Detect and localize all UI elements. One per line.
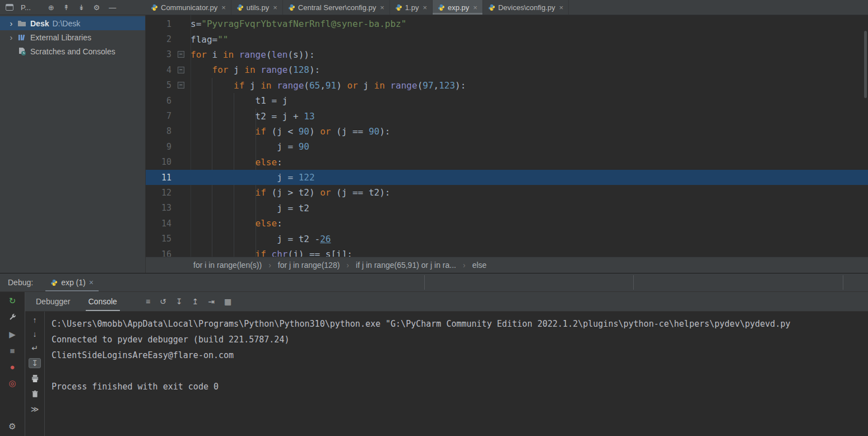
debug-tab-toolbar: ≡↺↧↥⇥▦ (146, 292, 231, 311)
rerun-button[interactable]: ↻ (9, 296, 16, 305)
code-token: range (261, 64, 287, 75)
line-number[interactable]: 5 (146, 80, 171, 90)
target-icon[interactable]: ⊕ (48, 4, 54, 11)
view-breakpoints-button[interactable]: ◎ (8, 379, 16, 387)
line-number[interactable]: 1 (146, 19, 171, 29)
chevron-right-icon[interactable]: › (6, 33, 17, 42)
expand-all-icon[interactable]: ↡ (78, 4, 85, 11)
editor-tab-devices-config.py[interactable]: Devices\config.py× (483, 0, 569, 15)
tab-console[interactable]: Console (86, 292, 120, 311)
code-line-3[interactable]: 3−for i in range(len(s)): (146, 47, 868, 62)
line-number[interactable]: 13 (146, 203, 171, 213)
settings-button[interactable]: ⚙ (8, 422, 16, 430)
scroll-to-end-icon[interactable]: ↧ (29, 358, 41, 368)
fold-gutter[interactable]: − (171, 82, 191, 89)
sidebar-item-scratches-and-consoles[interactable]: Scratches and Consoles (0, 44, 145, 58)
code-line-9[interactable]: 9 j = 90 (146, 139, 868, 154)
editor-scrollbar[interactable] (864, 31, 867, 98)
code-editor[interactable]: 1s="PyvragFvqrYbtvafNerRnfl@syner-ba.pbz… (146, 15, 868, 257)
line-number[interactable]: 3 (146, 49, 171, 59)
hide-panel-icon[interactable]: — (109, 4, 116, 11)
fold-marker-icon[interactable]: − (178, 82, 184, 89)
gear-icon[interactable]: ⚙ (94, 4, 100, 11)
soft-wrap-icon[interactable]: ↵ (31, 344, 38, 352)
code-line-2[interactable]: 2flag="" (146, 31, 868, 47)
line-number[interactable]: 4 (146, 65, 171, 75)
chevron-right-icon[interactable]: › (6, 18, 17, 28)
close-tab-icon[interactable]: × (423, 3, 427, 12)
close-tab-icon[interactable]: × (559, 3, 564, 12)
pin-tab-icon[interactable]: ⇥ (208, 298, 215, 305)
code-line-12[interactable]: 12 if (j > t2) or (j == t2): (146, 185, 868, 200)
code-line-10[interactable]: 10 else: (146, 155, 868, 170)
breadcrumb-item[interactable]: for j in range(128) (278, 261, 340, 270)
editor-tab-bar: P... ⊕↟↡⚙— Communicator.py×utils.py×Cent… (0, 0, 868, 15)
edit-configuration-button[interactable] (8, 313, 17, 322)
close-tab-icon[interactable]: × (273, 3, 277, 12)
code-area: 1s="PyvragFvqrYbtvafNerRnfl@syner-ba.pbz… (146, 15, 868, 257)
code-line-5[interactable]: 5− if j in range(65,91) or j in range(97… (146, 78, 868, 93)
line-number[interactable]: 9 (146, 142, 171, 152)
debug-session-tab[interactable]: exp (1) × (45, 273, 99, 291)
resume-button[interactable]: ▶ (9, 330, 16, 338)
line-number[interactable]: 10 (146, 157, 171, 167)
code-token: flag= (191, 34, 217, 45)
fold-marker-icon[interactable]: − (178, 67, 184, 73)
line-number[interactable]: 15 (146, 234, 171, 244)
line-number[interactable]: 2 (146, 34, 171, 44)
view-options-icon[interactable]: ≡ (146, 298, 150, 305)
code-line-14[interactable]: 14 else: (146, 216, 868, 231)
code-line-7[interactable]: 7 t2 = j + 13 (146, 108, 868, 123)
editor-tab-utils.py[interactable]: utils.py× (231, 0, 283, 15)
close-tab-icon[interactable]: × (221, 3, 226, 12)
move-up-icon[interactable]: ↥ (192, 298, 199, 305)
print-icon[interactable] (31, 374, 39, 384)
code-token: if (256, 187, 266, 198)
code-line-16[interactable]: 16 if chr(j) == s[i]: (146, 247, 868, 257)
console-output[interactable]: C:\Users\0mobb\AppData\Local\Programs\Py… (45, 312, 868, 436)
move-down-icon[interactable]: ↧ (176, 298, 183, 305)
editor-tab-exp.py[interactable]: exp.py× (433, 0, 483, 15)
fold-gutter[interactable]: − (171, 67, 191, 73)
line-number[interactable]: 12 (146, 188, 171, 198)
restore-layout-icon[interactable]: ↺ (160, 298, 166, 305)
line-number[interactable]: 7 (146, 111, 171, 121)
breadcrumb-item[interactable]: if j in range(65,91) or j in ra... (356, 261, 456, 270)
prev-occurrence-icon[interactable]: ↑ (33, 316, 37, 324)
line-number[interactable]: 14 (146, 219, 171, 229)
project-tab-label[interactable]: P... (21, 3, 31, 12)
code-token: in (244, 64, 255, 75)
collapse-all-icon[interactable]: ↟ (63, 4, 69, 11)
line-number[interactable]: 16 (146, 249, 171, 257)
line-number[interactable]: 6 (146, 96, 171, 106)
project-window-icon[interactable] (6, 4, 13, 11)
breadcrumb-item[interactable]: else (472, 261, 487, 270)
code-line-13[interactable]: 13 j = t2 (146, 201, 868, 216)
clear-console-icon[interactable] (31, 390, 39, 399)
close-tab-icon[interactable]: × (473, 3, 477, 12)
code-line-15[interactable]: 15 j = t2 -26 (146, 231, 868, 246)
close-session-icon[interactable]: × (89, 278, 94, 287)
layout-settings-icon[interactable]: ▦ (224, 298, 231, 305)
fold-marker-icon[interactable]: − (178, 51, 184, 58)
editor-tab-communicator.py[interactable]: Communicator.py× (146, 0, 231, 15)
editor-tab-central-server-config.py[interactable]: Central Server\config.py× (283, 0, 390, 15)
more-actions-icon[interactable]: ≫ (31, 405, 39, 413)
pause-button[interactable]: ■ (10, 346, 15, 355)
code-line-1[interactable]: 1s="PyvragFvqrYbtvafNerRnfl@syner-ba.pbz… (146, 16, 868, 31)
close-tab-icon[interactable]: × (380, 3, 384, 12)
stop-button[interactable]: ● (10, 363, 15, 371)
code-line-8[interactable]: 8 if (j < 90) or (j == 90): (146, 124, 868, 139)
editor-tab-1.py[interactable]: 1.py× (390, 0, 433, 15)
code-line-11[interactable]: 11 j = 122 (146, 170, 868, 185)
code-line-4[interactable]: 4− for j in range(128): (146, 62, 868, 77)
line-number[interactable]: 11 (146, 173, 171, 183)
next-occurrence-icon[interactable]: ↓ (33, 330, 37, 338)
breadcrumb-item[interactable]: for i in range(len(s)) (193, 261, 262, 270)
sidebar-item-desk[interactable]: ›DeskD:\Desk (0, 16, 145, 30)
tab-debugger[interactable]: Debugger (33, 292, 73, 311)
code-line-6[interactable]: 6 t1 = j (146, 93, 868, 108)
line-number[interactable]: 8 (146, 126, 171, 136)
sidebar-item-external-libraries[interactable]: ›External Libraries (0, 30, 145, 44)
fold-gutter[interactable]: − (171, 51, 191, 58)
